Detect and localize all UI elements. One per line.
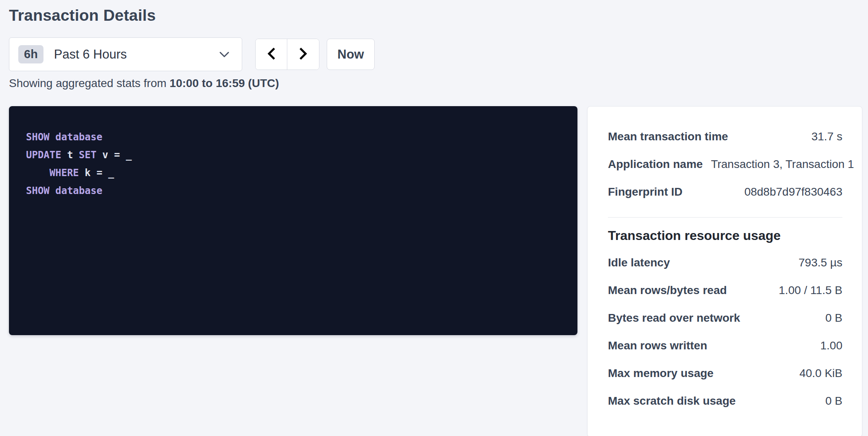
detail-row: Mean rows written1.00 bbox=[608, 332, 842, 360]
time-nav-group bbox=[255, 39, 319, 70]
detail-row: Idle latency793.5 µs bbox=[608, 249, 842, 277]
caption-prefix: Showing aggregated stats from bbox=[9, 77, 169, 89]
main-content: SHOW databaseUPDATE t SET v = _ WHERE k … bbox=[9, 106, 868, 436]
card-divider bbox=[608, 217, 842, 218]
chevron-down-icon bbox=[219, 51, 230, 58]
time-range-select[interactable]: 6h Past 6 Hours bbox=[9, 37, 242, 71]
chevron-right-icon bbox=[298, 47, 308, 62]
resource-usage-heading: Transaction resource usage bbox=[608, 228, 842, 243]
chevron-left-icon bbox=[267, 47, 276, 62]
sql-code-line: WHERE k = _ bbox=[26, 164, 565, 182]
time-range-badge: 6h bbox=[18, 45, 43, 63]
resource-usage-rows: Idle latency793.5 µsMean rows/bytes read… bbox=[608, 249, 842, 415]
detail-label: Max scratch disk usage bbox=[608, 395, 736, 408]
detail-value: 1.00 bbox=[820, 339, 843, 352]
transaction-details-page: Transaction Details 6h Past 6 Hours bbox=[0, 0, 868, 436]
detail-label: Fingerprint ID bbox=[608, 185, 683, 198]
detail-value: Transaction 3, Transaction 1 bbox=[711, 158, 854, 171]
now-button[interactable]: Now bbox=[327, 39, 375, 70]
detail-label: Mean transaction time bbox=[608, 130, 728, 143]
sql-code-line: SHOW database bbox=[26, 128, 565, 146]
detail-row: Max memory usage40.0 KiB bbox=[608, 360, 842, 387]
detail-row: Mean transaction time31.7 s bbox=[608, 123, 842, 150]
detail-label: Max memory usage bbox=[608, 367, 714, 380]
detail-value: 0 B bbox=[825, 312, 842, 325]
page-title: Transaction Details bbox=[9, 7, 868, 24]
detail-row: Bytes read over network0 B bbox=[608, 304, 842, 332]
detail-value: 08d8b7d97f830463 bbox=[744, 185, 842, 198]
detail-value: 793.5 µs bbox=[799, 256, 842, 269]
sql-code-line: UPDATE t SET v = _ bbox=[26, 146, 565, 164]
caption-time-range: 10:00 to 16:59 (UTC) bbox=[169, 77, 279, 89]
time-controls: 6h Past 6 Hours bbox=[9, 37, 868, 71]
detail-row: Application nameTransaction 3, Transacti… bbox=[608, 150, 842, 178]
detail-label: Application name bbox=[608, 158, 703, 171]
summary-rows: Mean transaction time31.7 sApplication n… bbox=[608, 123, 842, 206]
detail-label: Bytes read over network bbox=[608, 312, 740, 325]
prev-range-button[interactable] bbox=[256, 39, 287, 70]
detail-value: 1.00 / 11.5 B bbox=[779, 284, 842, 297]
next-range-button[interactable] bbox=[287, 39, 319, 70]
detail-row: Mean rows/bytes read1.00 / 11.5 B bbox=[608, 277, 842, 304]
detail-row: Fingerprint ID08d8b7d97f830463 bbox=[608, 178, 842, 206]
detail-label: Mean rows written bbox=[608, 339, 707, 352]
transaction-details-card: Mean transaction time31.7 sApplication n… bbox=[587, 106, 862, 436]
detail-row: Max scratch disk usage0 B bbox=[608, 387, 842, 415]
detail-label: Idle latency bbox=[608, 256, 670, 269]
sql-statement-panel: SHOW databaseUPDATE t SET v = _ WHERE k … bbox=[9, 106, 577, 335]
detail-value: 40.0 KiB bbox=[799, 367, 842, 380]
detail-value: 31.7 s bbox=[812, 130, 842, 143]
time-range-label: Past 6 Hours bbox=[54, 47, 127, 62]
detail-label: Mean rows/bytes read bbox=[608, 284, 727, 297]
sql-code-line: SHOW database bbox=[26, 182, 565, 200]
aggregation-caption: Showing aggregated stats from 10:00 to 1… bbox=[9, 77, 868, 90]
detail-value: 0 B bbox=[825, 395, 842, 408]
